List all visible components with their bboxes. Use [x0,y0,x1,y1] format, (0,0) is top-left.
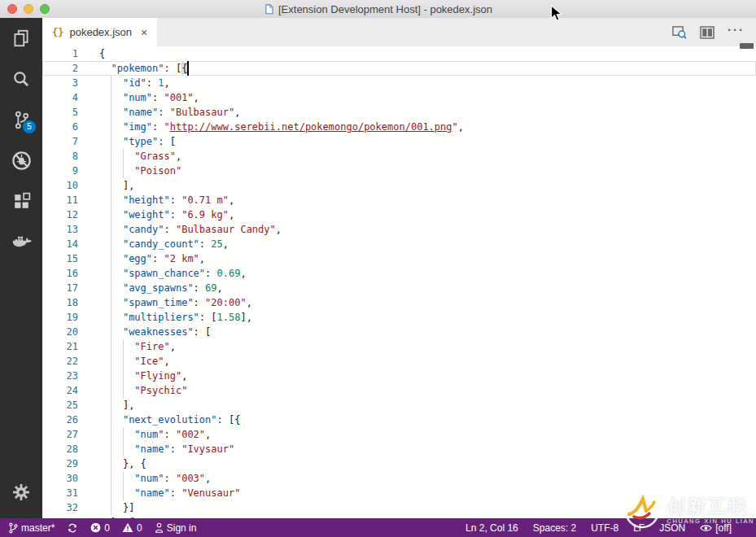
code-line[interactable]: 8 "Grass", [42,149,756,164]
code-line[interactable]: 4 "num": "001", [42,90,756,105]
code-text[interactable]: "Flying", [99,369,756,383]
code-line[interactable]: 27 "num": "002", [42,427,756,442]
code-token: "multipliers" [123,312,199,323]
code-text[interactable]: "multipliers": [1.58], [99,310,756,325]
code-line[interactable]: 23 "Flying", [42,369,756,383]
code-line[interactable]: 22 "Ice", [42,354,756,369]
code-text[interactable]: "Grass", [99,149,756,164]
code-text[interactable]: "name": "Venusaur" [99,486,756,500]
code-text[interactable]: { [99,46,756,61]
code-line[interactable]: 11 "height": "0.71 m", [42,193,756,207]
split-editor-icon[interactable] [700,26,714,39]
code-text[interactable]: }, { [99,456,756,471]
code-line[interactable]: 3 "id": 1, [42,76,756,90]
zoom-window-button[interactable] [40,4,50,14]
code-line[interactable]: 1{ [42,46,756,61]
code-token: , [240,268,246,279]
editor[interactable]: 1{2 "pokemon": [{3 "id": 1,4 "num": "001… [42,46,756,518]
code-line[interactable]: 29 }, { [42,456,756,471]
code-token: "0.71 m" [181,194,229,206]
extensions-icon[interactable] [0,181,42,221]
line-number: 13 [42,222,78,237]
code-line[interactable]: 16 "spawn_chance": 0.69, [42,266,756,281]
sync-item[interactable] [67,522,78,534]
screencast-item[interactable]: [off] [700,522,732,534]
code-line[interactable]: 30 "num": "003", [42,471,756,486]
code-text[interactable]: "Fire", [99,339,756,354]
code-text[interactable]: "num": "002", [99,427,756,442]
minimize-window-button[interactable] [24,4,33,14]
more-actions-icon[interactable]: ··· [728,24,745,41]
code-line[interactable]: 31 "name": "Venusaur" [42,486,756,500]
code-text[interactable]: }] [99,500,756,515]
code-line[interactable]: 32 }] [42,500,756,515]
sign-in-item[interactable]: Sign in [155,522,197,534]
code-line[interactable]: 6 "img": "http://www.serebii.net/pokemon… [42,120,756,134]
code-text[interactable]: "num": "001", [99,90,756,105]
code-text[interactable]: "next_evolution": [{ [99,413,756,427]
code-text[interactable]: "height": "0.71 m", [99,193,756,207]
code-text[interactable]: "spawn_chance": 0.69, [99,266,756,281]
settings-gear-icon[interactable] [0,476,42,509]
docker-icon[interactable] [0,221,42,262]
code-text[interactable]: "img": "http://www.serebii.net/pokemongo… [99,120,756,134]
code-text[interactable]: "Poison" [99,164,756,178]
code-text[interactable]: "candy_count": 25, [99,237,756,251]
code-text[interactable]: "id": 1, [99,76,756,90]
code-text[interactable]: "num": "003", [99,471,756,486]
indent-guide [123,427,124,442]
language-mode-item[interactable]: JSON [659,522,685,534]
close-window-button[interactable] [7,4,17,14]
eol-item[interactable]: LF [633,522,645,534]
vscode-document-icon [264,4,274,15]
tab-pokedex-json[interactable]: {} pokedex.json × [42,18,157,46]
code-text[interactable]: "spawn_time": "20:00", [99,295,756,310]
cursor-position-item[interactable]: Ln 2, Col 16 [465,522,518,534]
code-text[interactable]: "name": "Ivysaur" [99,442,756,456]
code-line[interactable]: 9 "Poison" [42,164,756,178]
code-text[interactable]: ], [99,178,756,193]
code-line[interactable]: 18 "spawn_time": "20:00", [42,295,756,310]
tab-close-icon[interactable]: × [141,27,147,38]
code-text[interactable]: "name": "Bulbasaur", [99,105,756,120]
code-text[interactable]: "avg_spawns": 69, [99,281,756,295]
code-text[interactable]: "weight": "6.9 kg", [99,207,756,222]
code-line[interactable]: 2 "pokemon": [{ [42,61,756,76]
indentation-item[interactable]: Spaces: 2 [533,522,576,534]
code-token: , [205,429,211,440]
search-icon[interactable] [0,59,42,99]
code-text[interactable]: "weaknesses": [ [99,325,756,339]
code-token: " [452,121,458,133]
code-text[interactable]: "egg": "2 km", [99,251,756,266]
code-line[interactable]: 14 "candy_count": 25, [42,237,756,251]
open-preview-icon[interactable] [671,25,687,39]
explorer-icon[interactable] [0,18,42,59]
code-line[interactable]: 5 "name": "Bulbasaur", [42,105,756,120]
code-text[interactable]: "pokemon": [{ [99,61,756,76]
code-text[interactable]: ], [99,398,756,413]
errors-item[interactable]: 0 [90,522,110,534]
debug-icon[interactable] [0,140,42,181]
code-line[interactable]: 15 "egg": "2 km", [42,251,756,266]
encoding-item[interactable]: UTF-8 [591,522,618,534]
code-line[interactable]: 10 ], [42,178,756,193]
source-control-icon[interactable]: 5 [0,99,42,140]
code-text[interactable]: "type": [ [99,134,756,149]
code-line[interactable]: 21 "Fire", [42,339,756,354]
code-line[interactable]: 20 "weaknesses": [ [42,325,756,339]
code-text[interactable]: "Psychic" [99,383,756,398]
scrollbar-cursor-marker[interactable] [740,43,754,49]
code-line[interactable]: 26 "next_evolution": [{ [42,413,756,427]
code-line[interactable]: 12 "weight": "6.9 kg", [42,207,756,222]
code-text[interactable]: "Ice", [99,354,756,369]
git-branch-item[interactable]: master* [8,522,55,534]
code-line[interactable]: 13 "candy": "Bulbasaur Candy", [42,222,756,237]
code-text[interactable]: "candy": "Bulbasaur Candy", [99,222,756,237]
code-line[interactable]: 24 "Psychic" [42,383,756,398]
code-line[interactable]: 19 "multipliers": [1.58], [42,310,756,325]
code-line[interactable]: 25 ], [42,398,756,413]
warnings-item[interactable]: 0 [122,522,142,534]
code-line[interactable]: 17 "avg_spawns": 69, [42,281,756,295]
code-line[interactable]: 28 "name": "Ivysaur" [42,442,756,456]
code-line[interactable]: 7 "type": [ [42,134,756,149]
